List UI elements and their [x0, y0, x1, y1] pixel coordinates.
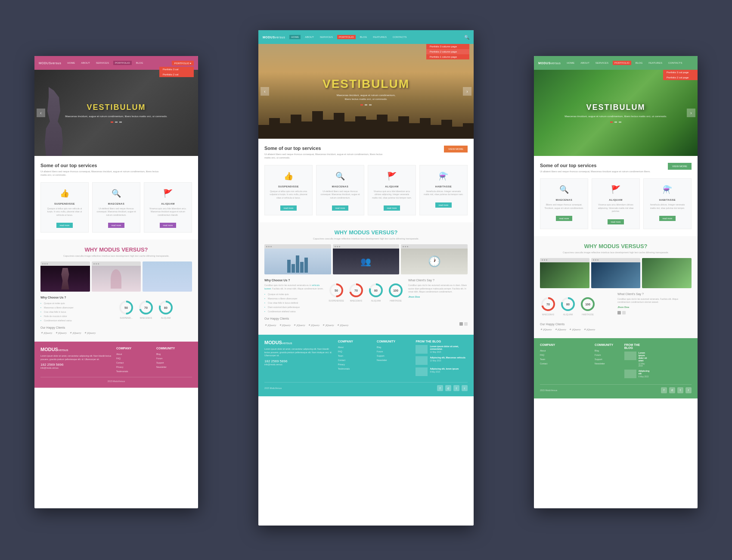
nav-portfolio-right[interactable]: PORTFOLIO: [613, 61, 631, 65]
fl-newsletter-c[interactable]: Newsletter: [377, 358, 411, 362]
read-more-1-right[interactable]: read more: [556, 216, 573, 221]
fl-support-c[interactable]: Support: [377, 354, 411, 358]
fl-forum-r[interactable]: Forum: [595, 353, 620, 357]
nav-portfolio-center[interactable]: PORTFOLIO: [337, 35, 356, 39]
footer-copyright-left: 2015 ModuVersus: [40, 377, 192, 383]
read-more-1-left[interactable]: read more: [56, 223, 73, 228]
testimonial-author-center: Jhon Doe: [408, 296, 468, 298]
dropdown-item-2-left[interactable]: Portfolio 2 col: [159, 72, 194, 77]
social-fb-right[interactable]: f: [661, 387, 667, 393]
dropdown-1col-center[interactable]: Portfolio 1 column page: [426, 54, 469, 59]
read-more-2-left[interactable]: read more: [108, 223, 125, 228]
stats-row-right: 70 MAECENAS 80: [540, 296, 614, 316]
footer-link-about-left[interactable]: About: [116, 352, 152, 356]
fl-faq-c[interactable]: FAQ: [338, 349, 372, 354]
gallery-nav-dot-1-right[interactable]: [617, 311, 621, 314]
nav-about-left[interactable]: ABOUT: [79, 61, 92, 65]
read-more-3-left[interactable]: read more: [160, 223, 177, 228]
fl-blog-r[interactable]: Blog: [595, 348, 620, 353]
footer-link-privacy-left[interactable]: Privacy: [116, 365, 152, 369]
nav-blog-left[interactable]: BLOG: [134, 61, 145, 65]
nav-contacts-center[interactable]: CONTACTS: [391, 35, 409, 39]
nav-links-left: HOME ABOUT SERVICES PORTFOLIO BLOG: [65, 61, 172, 65]
read-more-3-center[interactable]: read more: [384, 205, 400, 211]
fl-testimonials-c[interactable]: Testimonials: [338, 367, 372, 371]
nav-services-left[interactable]: SERVICES: [94, 61, 111, 65]
fl-about-c[interactable]: About: [338, 345, 372, 349]
read-more-4-center[interactable]: read more: [435, 202, 452, 208]
read-more-3-right[interactable]: read more: [659, 216, 676, 221]
fl-forum-c[interactable]: Forum: [377, 349, 411, 354]
prev-arrow-center[interactable]: ‹: [261, 87, 269, 96]
search-icon-center[interactable]: 🔍: [464, 35, 469, 40]
brand-left: MODUSversus: [39, 61, 61, 65]
nav-contacts-right[interactable]: CONTACTS: [667, 61, 684, 65]
dropdown-item-1-left[interactable]: Portfolio 3 col: [159, 67, 194, 72]
read-more-2-center[interactable]: read more: [332, 205, 349, 211]
nav-features-right[interactable]: FEATURES: [647, 61, 664, 65]
read-more-1-center[interactable]: read more: [280, 205, 297, 211]
nav-home-left[interactable]: HOME: [65, 61, 77, 65]
prev-arrow-left[interactable]: ‹: [37, 109, 45, 117]
dropdown-3col-center[interactable]: Portfolio 3 column page: [426, 44, 469, 49]
next-arrow-right[interactable]: ›: [687, 109, 695, 117]
nav-features-center[interactable]: FEATURES: [371, 35, 388, 39]
social-d-center[interactable]: d: [445, 385, 451, 391]
nav-services-center[interactable]: SERVICES: [318, 35, 335, 39]
fl-team-r[interactable]: Team: [540, 357, 590, 361]
why-title-center: WHY MODUS VERSUS?: [264, 229, 468, 236]
footer-link-support-left[interactable]: Support: [156, 361, 192, 365]
view-more-center[interactable]: VIEW MORE: [444, 146, 468, 152]
dropdown-2col-center[interactable]: Portfolio 2 column page: [426, 49, 469, 54]
dropdown-2col-right[interactable]: Portfolio 2 col page: [663, 75, 698, 80]
nav-home-center[interactable]: HOME: [289, 35, 301, 39]
footer-company-links-right: About FAQ Team Contact: [540, 348, 590, 366]
dropdown-3col-right[interactable]: Portfolio 3 col page: [663, 70, 698, 75]
footer-link-blog-left[interactable]: Blog: [156, 352, 192, 356]
blog-post-1-right: Lorem ipsum dolor sit amet 12 May 2015: [624, 352, 650, 367]
social-fb-center[interactable]: f: [437, 385, 443, 391]
fl-support-r[interactable]: Support: [595, 357, 620, 361]
footer-community-title-right: Community: [595, 343, 620, 346]
nav-services-right[interactable]: SERVICES: [594, 61, 610, 65]
image-gallery-center: 👥 🕐: [264, 244, 468, 274]
footer-brand-left: MODUSversus: [40, 347, 112, 352]
nav-blog-center[interactable]: BLOG: [358, 35, 369, 39]
nav-about-center[interactable]: ABOUT: [303, 35, 316, 39]
next-arrow-center[interactable]: ›: [463, 87, 471, 96]
nav-portfolio-left[interactable]: PORTFOLIO: [113, 61, 132, 65]
fl-team-c[interactable]: Team: [338, 354, 372, 358]
nav-blog-right[interactable]: BLOG: [634, 61, 645, 65]
footer-link-contact-left[interactable]: Contact: [116, 361, 152, 365]
footer-link-forum-left[interactable]: Forum: [156, 356, 192, 361]
fl-about-r[interactable]: About: [540, 348, 590, 353]
gallery-nav-dot-1-center[interactable]: [459, 322, 463, 326]
dot-3-center: [369, 104, 372, 106]
read-more-2-right[interactable]: read more: [608, 219, 624, 224]
footer-link-faq-left[interactable]: FAQ: [116, 356, 152, 361]
fl-contact-r[interactable]: Contact: [540, 361, 590, 366]
why-item-3-center: Cras vitae felle in lacus eleifend: [264, 301, 324, 305]
footer-link-newsletter-left[interactable]: Newsletter: [156, 365, 192, 369]
gallery-nav-dot-2-center[interactable]: [464, 322, 468, 326]
gallery-img-2-right: [591, 258, 641, 288]
fl-contact-c[interactable]: Contact: [338, 358, 372, 362]
footer-col-blog-center: from the BLOG Lorem ipsum dolor sit amet…: [416, 340, 468, 379]
blog-post-title-1-right: Lorem ipsum dolor sit amet: [639, 352, 650, 362]
social-d-right[interactable]: d: [669, 387, 675, 393]
nav-home-right[interactable]: HOME: [565, 61, 576, 65]
nav-about-right[interactable]: ABOUT: [579, 61, 591, 65]
footer-link-testimonials-left[interactable]: Testimonials: [116, 369, 152, 373]
social-t-center[interactable]: t: [453, 385, 459, 391]
social-t-right[interactable]: t: [677, 387, 683, 393]
fl-faq-r[interactable]: FAQ: [540, 353, 590, 357]
gallery-nav-dot-2-right[interactable]: [622, 311, 626, 314]
fl-privacy-c[interactable]: Privacy: [338, 362, 372, 367]
social-r-center[interactable]: r: [462, 385, 468, 391]
portfolio-dropdown-left[interactable]: PORTFOLIO ▾: [172, 61, 194, 65]
fl-newsletter-r[interactable]: Newsletter: [595, 361, 620, 366]
fl-blog-c[interactable]: Blog: [377, 345, 411, 349]
social-r-right[interactable]: r: [685, 387, 692, 393]
view-more-right[interactable]: VIEW MORE: [668, 163, 692, 170]
blog-post-title-2-center: Adipiscing elit, Maecenas vehicula: [430, 356, 468, 359]
